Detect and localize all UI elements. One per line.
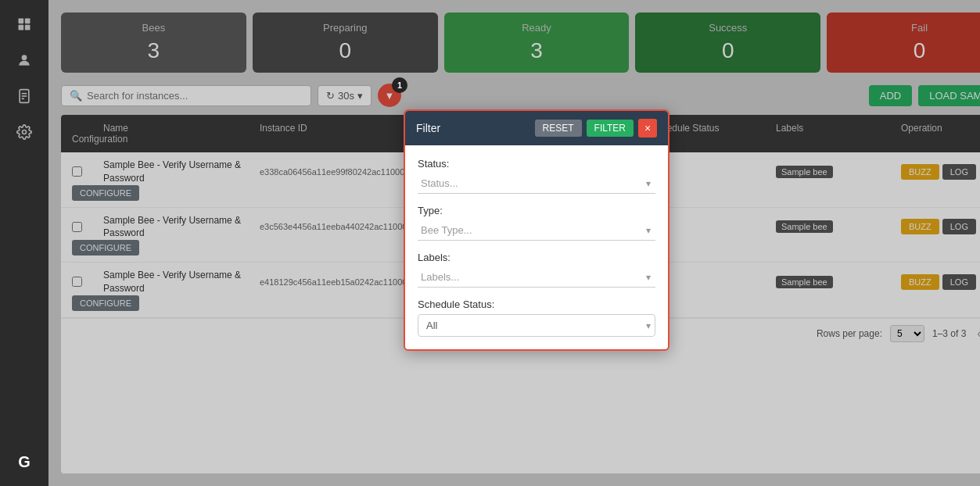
status-field-label: Status: [418, 158, 655, 170]
svg-point-4 [22, 55, 27, 60]
filter-annotation-badge: 1 [392, 77, 407, 93]
sidebar: G [0, 0, 48, 486]
filter-reset-button[interactable]: RESET [535, 120, 582, 137]
svg-rect-1 [25, 19, 31, 24]
schedule-status-field-label: Schedule Status: [418, 298, 655, 310]
main-content: Bees 3 Preparing 0 Ready 3 Success 0 Fai… [48, 0, 980, 486]
sidebar-icon-grid[interactable] [9, 9, 39, 39]
filter-field-schedule-status: Schedule Status: All [418, 298, 655, 337]
sidebar-icon-gear[interactable] [9, 117, 39, 147]
svg-rect-2 [19, 25, 24, 30]
type-select[interactable]: Bee Type... [418, 220, 655, 241]
filter-field-type: Type: Bee Type... [418, 205, 655, 241]
status-select[interactable]: Status... [418, 173, 655, 194]
sidebar-icon-logo[interactable]: G [9, 447, 39, 477]
type-field-label: Type: [418, 205, 655, 216]
sidebar-icon-user[interactable] [9, 45, 39, 75]
svg-rect-0 [19, 19, 24, 24]
svg-rect-3 [25, 25, 31, 30]
labels-field-label: Labels: [418, 252, 655, 263]
filter-header: Filter RESET FILTER × [405, 111, 668, 145]
filter-close-button[interactable]: × [638, 119, 657, 138]
filter-field-status: Status: Status... [418, 158, 655, 194]
schedule-status-select[interactable]: All [418, 314, 655, 337]
filter-body: Status: Status... Type: Bee Type... [405, 145, 668, 349]
labels-select[interactable]: Labels... [418, 267, 655, 288]
filter-apply-button[interactable]: FILTER [587, 120, 634, 137]
filter-header-actions: RESET FILTER × [535, 119, 657, 138]
svg-point-9 [23, 130, 27, 134]
filter-dialog: Filter RESET FILTER × Status: Status... [404, 109, 669, 351]
filter-field-labels: Labels: Labels... [418, 252, 655, 288]
sidebar-icon-document[interactable] [9, 81, 39, 111]
filter-title: Filter [416, 122, 440, 134]
filter-overlay: Filter RESET FILTER × Status: Status... [48, 0, 980, 486]
